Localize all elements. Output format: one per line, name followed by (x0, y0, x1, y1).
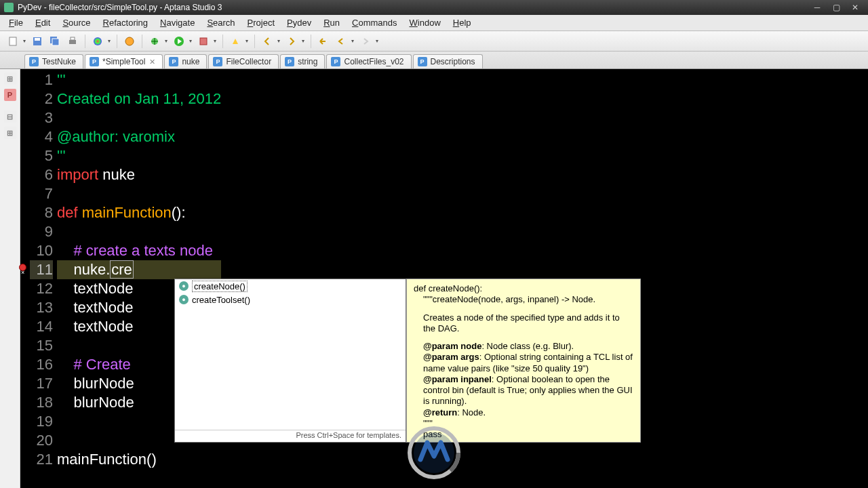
theme-dropdown[interactable]: ▾ (106, 38, 112, 44)
menu-refactoring[interactable]: Refactoring (97, 16, 154, 30)
menu-edit[interactable]: Edit (29, 16, 56, 30)
save-button[interactable] (30, 34, 45, 49)
search-dropdown[interactable]: ▾ (244, 38, 250, 44)
nav-prev-button[interactable] (260, 34, 275, 49)
close-icon[interactable]: ✕ (149, 58, 155, 66)
external-tools-dropdown[interactable]: ▾ (212, 38, 218, 44)
doc-param: @return: Node. (423, 407, 633, 418)
menu-navigate[interactable]: Navigate (154, 16, 201, 30)
python-file-icon: P (418, 57, 427, 66)
autocomplete-item[interactable]: ●createToolset() (175, 293, 406, 306)
line-numbers: 123456789101112131415161718192021 (27, 69, 57, 488)
search-button[interactable] (228, 34, 243, 49)
autocomplete-item[interactable]: ●createNode() (175, 279, 406, 293)
doc-param: @param inpanel: Optional boolean to open… (423, 374, 633, 407)
error-marker-icon[interactable]: × (19, 264, 26, 271)
close-window-button[interactable]: ✕ (846, 1, 864, 14)
forward-button[interactable] (358, 34, 373, 49)
python-file-icon: P (213, 57, 222, 66)
menu-project[interactable]: Project (241, 16, 281, 30)
menu-commands[interactable]: Commands (346, 16, 403, 30)
doc-summary: """createNode(node, args, inpanel) -> No… (414, 294, 633, 305)
menu-source[interactable]: Source (56, 16, 96, 30)
debug-button[interactable] (147, 34, 162, 49)
tab-descriptions[interactable]: PDescriptions (413, 54, 483, 68)
tab-filecollector[interactable]: PFileCollector (208, 54, 279, 68)
back-dropdown[interactable]: ▾ (350, 38, 355, 44)
svg-rect-0 (9, 37, 16, 45)
autocomplete-popup[interactable]: ●createNode()●createToolset() Press Ctrl… (174, 279, 406, 443)
svg-rect-5 (69, 40, 76, 44)
svg-rect-4 (52, 39, 59, 45)
new-dropdown[interactable]: ▾ (22, 38, 27, 44)
tab-testnuke[interactable]: PTestNuke (24, 54, 83, 68)
debug-dropdown[interactable]: ▾ (163, 38, 169, 44)
doc-description: Creates a node of the specified type and… (414, 312, 633, 335)
python-file-icon: P (331, 57, 340, 66)
last-edit-button[interactable] (316, 34, 331, 49)
tab-label: TestNuke (42, 57, 76, 66)
tab-collectfiles_v02[interactable]: PCollectFiles_v02 (326, 54, 411, 68)
menu-window[interactable]: Window (403, 16, 447, 30)
nav-next-dropdown[interactable]: ▾ (300, 38, 306, 44)
autocomplete-label: createNode() (192, 281, 248, 292)
toolbar: ▾ ▾ ▾ ▾ ▾ ▾ ▾ ▾ ▾ ▾ (0, 31, 868, 52)
theme-button[interactable] (90, 34, 105, 49)
app-icon (4, 3, 14, 12)
tab-string[interactable]: Pstring (280, 54, 325, 68)
save-all-button[interactable] (47, 34, 62, 49)
doc-tooltip: def createNode(): """createNode(node, ar… (406, 279, 641, 443)
doc-signature: def createNode(): (414, 283, 633, 294)
menu-pydev[interactable]: Pydev (281, 16, 317, 30)
menu-search[interactable]: Search (201, 16, 241, 30)
back-button[interactable] (334, 34, 349, 49)
window-title: PyDev - fileCollector/src/SimpleTool.py … (18, 3, 222, 12)
python-file-icon: P (169, 57, 178, 66)
svg-rect-11 (200, 38, 207, 45)
minimize-button[interactable]: ─ (808, 1, 826, 14)
run-dropdown[interactable]: ▾ (188, 38, 193, 44)
python-file-icon: P (285, 57, 294, 66)
left-sidebar: ⊞ P ⊟ ⊞ (0, 69, 20, 488)
pydev-icon[interactable]: P (4, 89, 16, 101)
menu-bar: FileEditSourceRefactoringNavigateSearchP… (0, 15, 868, 31)
method-icon: ● (179, 295, 189, 304)
doc-param: @param node: Node class (e.g. Blur). (423, 341, 633, 352)
autocomplete-label: createToolset() (192, 295, 250, 305)
tab-label: Descriptions (431, 57, 475, 66)
print-button[interactable] (65, 34, 80, 49)
tab-nuke[interactable]: Pnuke (164, 54, 207, 68)
tab-label: nuke (182, 57, 199, 66)
maximize-button[interactable]: ▢ (827, 1, 845, 14)
menu-file[interactable]: File (3, 16, 29, 30)
expand-icon[interactable]: ⊞ (4, 127, 16, 139)
svg-point-7 (94, 37, 102, 45)
svg-rect-6 (71, 37, 75, 40)
tab-label: CollectFiles_v02 (344, 57, 403, 66)
svg-point-14 (414, 432, 454, 473)
new-button[interactable] (5, 34, 20, 49)
outline-icon[interactable]: ⊞ (4, 73, 16, 85)
run-button[interactable] (172, 34, 186, 49)
collapse-icon[interactable]: ⊟ (4, 110, 16, 123)
browser-button[interactable] (122, 34, 137, 49)
title-bar: PyDev - fileCollector/src/SimpleTool.py … (0, 0, 868, 15)
menu-run[interactable]: Run (317, 16, 346, 30)
autocomplete-footer: Press Ctrl+Space for templates. (175, 430, 406, 442)
menu-help[interactable]: Help (447, 16, 477, 30)
tab-label: *SimpleTool (102, 57, 145, 66)
tab-label: FileCollector (226, 57, 271, 66)
tab-simpletool[interactable]: P*SimpleTool✕ (85, 54, 163, 68)
forward-dropdown[interactable]: ▾ (374, 38, 380, 44)
nav-next-button[interactable] (284, 34, 299, 49)
tab-label: string (298, 57, 317, 66)
python-file-icon: P (90, 57, 99, 66)
svg-point-8 (125, 37, 134, 45)
external-tools-button[interactable] (196, 34, 211, 49)
nav-prev-dropdown[interactable]: ▾ (276, 38, 281, 44)
python-file-icon: P (29, 57, 39, 66)
logo-watermark (407, 426, 461, 480)
doc-param: @param args: Optional string containing … (423, 352, 633, 374)
editor-tabs: PTestNukeP*SimpleTool✕PnukePFileCollecto… (0, 52, 868, 69)
method-icon: ● (179, 281, 189, 291)
